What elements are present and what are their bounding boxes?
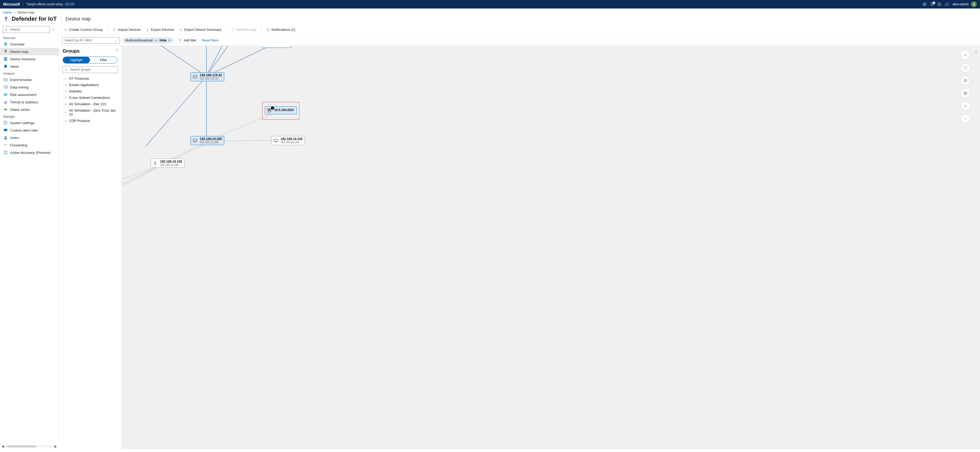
- svg-text:!: !: [6, 17, 6, 19]
- nav-event-timeline[interactable]: Event timeline: [0, 76, 59, 83]
- layout-button[interactable]: [961, 89, 970, 98]
- svg-line-38: [67, 70, 67, 71]
- map-settings-button[interactable]: [961, 76, 970, 85]
- brand-logo[interactable]: Microsoft: [3, 2, 23, 6]
- svg-point-25: [5, 136, 6, 137]
- groups-search-input[interactable]: Search groups: [63, 66, 118, 73]
- shield-icon: [3, 42, 8, 46]
- select-area-button[interactable]: [961, 63, 970, 72]
- export-device-summary-button[interactable]: Export Device Summary: [177, 27, 223, 33]
- nav-section-discover: Discover: [0, 35, 59, 40]
- settings-gear-icon[interactable]: [921, 2, 928, 6]
- avatar[interactable]: A: [971, 1, 977, 7]
- remove-filter-icon[interactable]: ✕: [168, 38, 171, 42]
- collapse-right-icon[interactable]: [974, 51, 978, 55]
- create-custom-group-button[interactable]: Create Custom Group: [62, 27, 104, 33]
- timeline-icon: [3, 77, 8, 82]
- svg-point-67: [965, 55, 966, 56]
- group-tree-item[interactable]: OT Protocols: [63, 76, 118, 81]
- zoom-in-button[interactable]: [961, 102, 970, 110]
- nav-device-inventory[interactable]: Device inventory: [0, 55, 59, 63]
- group-tree-item[interactable]: AV Simulation - Dec 222: [63, 101, 118, 107]
- nav-active-discovery[interactable]: Active discovery (Preview): [0, 149, 59, 156]
- cloud-icon[interactable]: [943, 2, 951, 6]
- groups-mode-toggle[interactable]: Highlight Filter: [63, 57, 117, 64]
- nav-device-map[interactable]: Device map: [0, 48, 59, 55]
- nav-data-mining[interactable]: Data mining: [0, 83, 59, 91]
- group-tree-item[interactable]: AV Simulation - Zero Trust Jan 23: [63, 108, 118, 117]
- server-icon: [153, 161, 158, 166]
- collapse-groups-icon[interactable]: [115, 48, 119, 52]
- nav-system-settings[interactable]: System settings: [0, 119, 59, 126]
- zoom-out-button[interactable]: [961, 114, 970, 123]
- nav-custom-alert-rules[interactable]: Custom alert rules: [0, 126, 59, 134]
- group-tree-item[interactable]: Known Applications: [63, 82, 118, 88]
- svg-rect-15: [4, 96, 7, 96]
- nav-attack-vector[interactable]: Attack vector: [0, 106, 59, 113]
- notification-badge: 1: [932, 2, 935, 4]
- alert-shield-icon: [3, 64, 8, 69]
- tenant-label: Tianjin-offices-south-wing - 22.3.5: [23, 2, 74, 6]
- svg-rect-55: [268, 111, 270, 112]
- nav-section-manage: Manage: [0, 113, 59, 119]
- panel-icon[interactable]: [936, 2, 943, 6]
- nav-search-input[interactable]: Search: [3, 26, 49, 33]
- add-filter-button[interactable]: Add filter: [176, 37, 199, 43]
- fit-view-button[interactable]: [961, 51, 970, 59]
- group-tree-item[interactable]: Cross Subnet Connections: [63, 95, 118, 101]
- svg-point-8: [5, 50, 6, 52]
- seg-highlight[interactable]: Highlight: [63, 57, 90, 63]
- forward-arrow-icon: [3, 143, 8, 147]
- refresh-map-button: Refresh map: [229, 27, 258, 33]
- svg-rect-24: [5, 131, 6, 132]
- nav-trends-stats[interactable]: Trends & statistics: [0, 98, 59, 106]
- nav-users[interactable]: Users: [0, 134, 59, 141]
- svg-rect-72: [964, 66, 966, 69]
- attack-vector-icon: [3, 107, 8, 112]
- ip-mac-search-input[interactable]: Search by IP / MAC: [62, 37, 120, 43]
- settings-list-icon: [3, 120, 8, 125]
- filter-pill-multicast[interactable]: Multicast/broadcast == Hide ✕: [123, 37, 173, 43]
- export-devices-button[interactable]: Export Devices: [144, 27, 176, 33]
- device-node[interactable]: 192.168.119.22 192.168.119.22: [191, 72, 224, 81]
- device-node[interactable]: 192.168.10.106 192.168.10.106: [271, 136, 305, 145]
- subnet-node[interactable]: 1 10.0.104.0/24: [265, 106, 297, 114]
- nav-alerts[interactable]: Alerts: [0, 63, 59, 70]
- device-node-partial[interactable]: [262, 46, 291, 48]
- breadcrumb-home[interactable]: Home: [3, 11, 12, 14]
- subnet-icon: 1: [267, 108, 272, 113]
- notifications-button[interactable]: Notifications (2): [264, 27, 297, 33]
- bell-icon[interactable]: 1: [928, 2, 936, 6]
- nav-forwarding[interactable]: Forwarding: [0, 141, 59, 149]
- page-title: Defender for IoT: [12, 15, 57, 22]
- svg-point-13: [6, 87, 7, 88]
- group-tree-item[interactable]: CDP Protocol: [63, 118, 118, 123]
- svg-rect-18: [6, 101, 6, 104]
- svg-line-51: [121, 164, 164, 189]
- reset-filters-link[interactable]: Reset filters: [202, 38, 219, 42]
- collapse-nav-icon[interactable]: [51, 27, 56, 32]
- subnet-count-badge: 1: [271, 107, 274, 110]
- import-devices-button[interactable]: Import Devices: [111, 27, 143, 33]
- nav-section-analyze: Analyze: [0, 70, 59, 76]
- device-node[interactable]: 192.168.10.200 192.168.10.200: [191, 136, 224, 145]
- nav-horizontal-scrollbar[interactable]: ◀ ▶: [2, 444, 57, 448]
- nav-risk-assessment[interactable]: Risk assessment: [0, 91, 59, 98]
- device-node[interactable]: 192.168.10.100 192.168.10.100: [151, 159, 185, 168]
- username-label[interactable]: alice-admin: [951, 2, 971, 6]
- nav-overview[interactable]: Overview: [0, 40, 59, 48]
- seg-filter[interactable]: Filter: [90, 57, 117, 63]
- svg-line-39: [145, 46, 207, 76]
- svg-point-73: [965, 80, 966, 81]
- network-icon: [3, 150, 8, 155]
- mining-icon: [3, 85, 8, 89]
- desktop-icon: [273, 138, 278, 143]
- device-map-canvas[interactable]: 192.168.119.22 192.168.119.22 1 10.0.104…: [121, 46, 980, 449]
- inventory-icon: [3, 57, 8, 61]
- svg-point-0: [924, 4, 925, 5]
- group-tree-item[interactable]: Subnets: [63, 88, 118, 94]
- svg-rect-58: [193, 139, 197, 141]
- svg-rect-74: [964, 92, 967, 95]
- breadcrumb: Home > Device map: [0, 8, 980, 15]
- code-device-icon: [192, 74, 198, 79]
